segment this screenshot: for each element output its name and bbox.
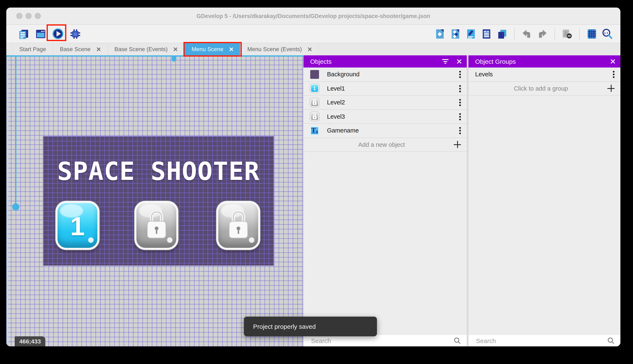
tab-label: Menu Scene <box>192 46 223 52</box>
tab-menu-scene-events[interactable]: Menu Scene (Events) <box>241 43 319 55</box>
group-name: Levels <box>475 71 493 78</box>
search-icon <box>454 337 461 344</box>
add-group-row[interactable]: Click to add a group <box>468 82 620 96</box>
layers-icon[interactable] <box>497 28 507 39</box>
close-icon[interactable] <box>307 47 312 52</box>
level-1-button-icon: 1 <box>310 84 319 93</box>
tab-menu-scene[interactable]: Menu Scene <box>185 43 241 55</box>
level-number: 1 <box>58 204 97 249</box>
scene-editor-canvas[interactable]: SPACE SHOOTER 1 <box>6 55 303 346</box>
overflow-menu-icon[interactable] <box>459 127 461 129</box>
close-icon[interactable] <box>610 59 615 64</box>
play-button[interactable] <box>53 28 63 39</box>
horizontal-scroll-indicator[interactable] <box>6 55 303 56</box>
add-object-row[interactable]: Add a new object <box>303 138 467 152</box>
tab-base-scene-events[interactable]: Base Scene (Events) <box>108 43 185 55</box>
background-sprite-icon <box>310 70 319 79</box>
panel-title: Objects <box>310 58 332 65</box>
window-title: GDevelop 5 - /Users/dkarakay/Documents/G… <box>196 13 430 19</box>
groups-list: Levels Click to add a group <box>468 68 620 96</box>
main-toolbar: 1:1 <box>6 25 620 43</box>
edit-properties-icon[interactable] <box>466 28 476 39</box>
vertical-scroll-handle[interactable] <box>12 204 19 210</box>
title-bar: GDevelop 5 - /Users/dkarakay/Documents/G… <box>6 8 620 25</box>
button-sparkle <box>167 237 173 243</box>
search-icon <box>607 337 614 344</box>
instances-list-icon[interactable] <box>481 28 492 39</box>
add-icon[interactable] <box>607 85 614 92</box>
vertical-scroll-indicator[interactable] <box>15 55 16 207</box>
locked-level-button-icon <box>310 112 319 121</box>
close-icon[interactable] <box>229 47 234 52</box>
game-title-text[interactable]: SPACE SHOOTER <box>43 156 274 186</box>
screenshot-stage: GDevelop 5 - /Users/dkarakay/Documents/G… <box>0 0 633 364</box>
object-row-gamename[interactable]: Tx Gamename <box>303 124 467 138</box>
level-2-locked-button[interactable] <box>134 201 178 250</box>
object-name: Level2 <box>327 99 345 106</box>
overflow-menu-icon[interactable] <box>459 71 461 73</box>
save-toast: Project properly saved <box>244 316 377 336</box>
overflow-menu-icon[interactable] <box>459 113 461 115</box>
level-1-button[interactable]: 1 <box>55 201 100 250</box>
objects-panel-header: Objects <box>303 55 467 68</box>
tab-label: Start Page <box>19 46 46 52</box>
project-manager-icon[interactable] <box>18 28 29 39</box>
close-icon[interactable] <box>456 59 462 64</box>
redo-icon[interactable] <box>537 28 548 39</box>
object-name: Level1 <box>327 85 345 92</box>
open-preview-window-icon[interactable] <box>35 28 46 39</box>
canvas-left-edge <box>6 55 9 346</box>
panel-resize-divider[interactable] <box>467 55 468 346</box>
group-row-levels[interactable]: Levels <box>468 68 620 82</box>
menu-scene-background[interactable]: SPACE SHOOTER 1 <box>43 136 274 266</box>
tab-label: Base Scene (Events) <box>114 46 168 52</box>
close-icon[interactable] <box>173 47 178 52</box>
debug-icon[interactable] <box>70 28 81 39</box>
zoom-reset-label: 1:1 <box>603 31 609 34</box>
toolbar-left-group <box>18 28 81 39</box>
lock-icon <box>227 210 249 240</box>
object-name: Level3 <box>327 113 345 120</box>
overflow-menu-icon[interactable] <box>613 71 614 73</box>
object-row-level3[interactable]: Level3 <box>303 110 467 124</box>
tab-label: Base Scene <box>60 46 91 52</box>
editor-tabs: Start Page Base Scene Base Scene (Events… <box>6 43 620 55</box>
level-3-locked-button[interactable] <box>216 201 260 250</box>
tab-base-scene[interactable]: Base Scene <box>53 43 108 55</box>
add-icon[interactable] <box>454 141 461 148</box>
undo-icon[interactable] <box>521 28 532 39</box>
object-groups-panel: Object Groups Levels Click to add a grou… <box>468 55 620 346</box>
groups-search-input[interactable] <box>475 337 607 345</box>
close-window-button[interactable] <box>16 13 22 19</box>
objects-panel-empty-area <box>303 152 467 334</box>
object-row-background[interactable]: Background <box>303 68 467 82</box>
add-multiple-objects-icon[interactable] <box>450 28 461 39</box>
add-object-label: Add a new object <box>309 141 454 148</box>
overflow-menu-icon[interactable] <box>459 85 461 87</box>
overflow-menu-icon[interactable] <box>459 99 461 101</box>
traffic-lights <box>16 8 41 24</box>
object-name: Gamename <box>327 127 359 134</box>
object-row-level2[interactable]: Level2 <box>303 96 467 110</box>
object-groups-panel-header: Object Groups <box>468 55 620 68</box>
add-object-icon[interactable] <box>434 28 445 39</box>
groups-search-bar <box>468 334 620 346</box>
text-object-icon: Tx <box>310 126 319 135</box>
gdevelop-window: GDevelop 5 - /Users/dkarakay/Documents/G… <box>6 8 620 346</box>
tab-label: Menu Scene (Events) <box>247 46 302 52</box>
filter-icon[interactable] <box>442 59 448 64</box>
horizontal-scroll-handle[interactable] <box>172 56 176 62</box>
objects-search-input[interactable] <box>310 337 454 345</box>
zoom-reset-icon[interactable]: 1:1 <box>602 28 613 39</box>
panel-title: Object Groups <box>475 58 516 65</box>
object-row-level1[interactable]: 1 Level1 <box>303 82 467 96</box>
toggle-mask-icon[interactable] <box>562 28 572 39</box>
objects-panel: Objects Background 1 Level1 <box>303 55 467 346</box>
minimize-window-button[interactable] <box>26 13 32 19</box>
grid-icon[interactable] <box>586 28 597 39</box>
cursor-coordinates: 466;433 <box>15 336 46 346</box>
zoom-window-button[interactable] <box>35 13 41 19</box>
close-icon[interactable] <box>96 47 101 52</box>
tab-start-page[interactable]: Start Page <box>12 43 53 55</box>
object-name: Background <box>327 71 360 78</box>
